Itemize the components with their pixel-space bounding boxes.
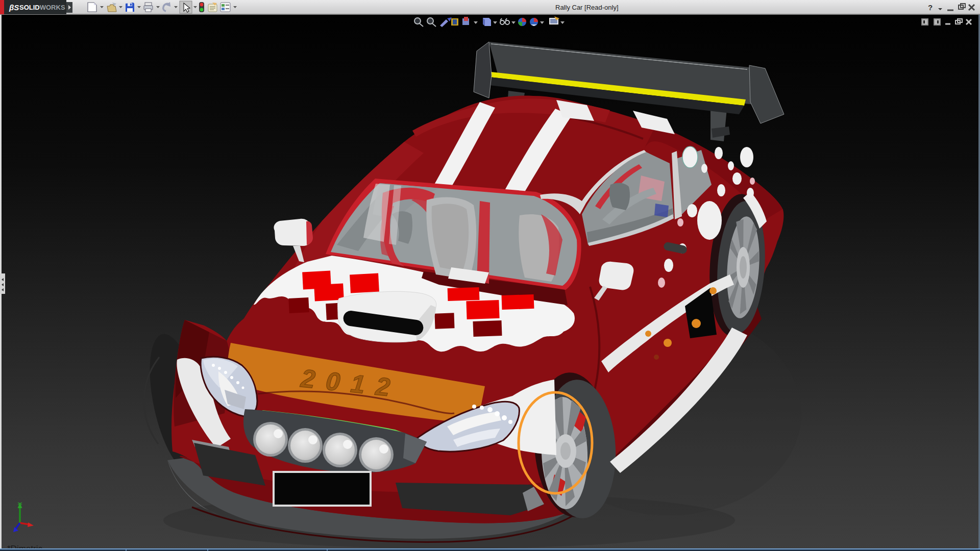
svg-text:Rally Car [Read-only]: Rally Car [Read-only] bbox=[555, 4, 619, 11]
svg-text:SOLIDWORKS: SOLIDWORKS bbox=[19, 4, 65, 11]
svg-text:βS: βS bbox=[9, 3, 19, 12]
svg-text:?: ? bbox=[928, 3, 933, 12]
